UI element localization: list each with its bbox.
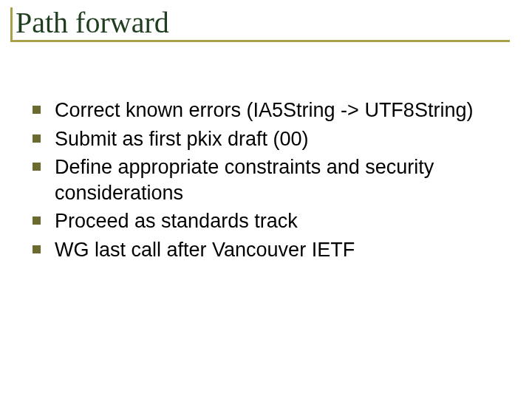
list-item: Define appropriate constraints and secur… [30, 154, 502, 205]
list-item: Proceed as standards track [30, 208, 502, 234]
list-item: Correct known errors (IA5String -> UTF8S… [30, 98, 502, 123]
slide-title: Path forward [10, 7, 510, 42]
slide-body: Correct known errors (IA5String -> UTF8S… [30, 98, 502, 265]
bullet-list: Correct known errors (IA5String -> UTF8S… [30, 98, 502, 262]
list-item: Submit as first pkix draft (00) [30, 126, 502, 152]
slide: Path forward Correct known errors (IA5St… [0, 0, 532, 399]
list-item: WG last call after Vancouver IETF [30, 237, 502, 263]
title-container: Path forward [10, 7, 510, 42]
